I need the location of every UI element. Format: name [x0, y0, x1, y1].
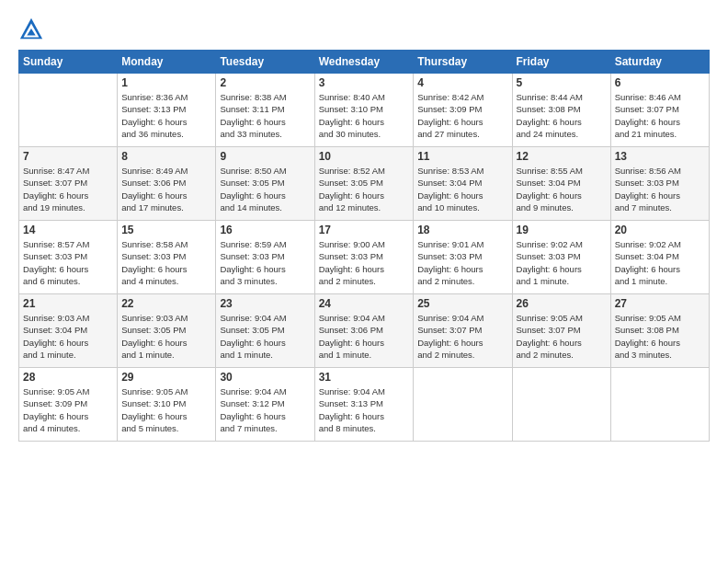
day-number: 3: [319, 76, 410, 89]
day-number: 6: [615, 76, 705, 89]
day-info: Sunrise: 8:38 AM Sunset: 3:11 PM Dayligh…: [220, 91, 310, 140]
calendar-day-cell: 31Sunrise: 9:04 AM Sunset: 3:13 PM Dayli…: [314, 368, 414, 442]
calendar-day-cell: 10Sunrise: 8:52 AM Sunset: 3:05 PM Dayli…: [314, 147, 414, 221]
day-number: 23: [220, 297, 310, 310]
calendar-day-cell: 4Sunrise: 8:42 AM Sunset: 3:09 PM Daylig…: [414, 74, 512, 147]
calendar-week-row: 21Sunrise: 9:03 AM Sunset: 3:04 PM Dayli…: [19, 294, 710, 368]
day-info: Sunrise: 8:58 AM Sunset: 3:03 PM Dayligh…: [121, 238, 211, 287]
day-info: Sunrise: 9:04 AM Sunset: 3:07 PM Dayligh…: [417, 312, 507, 361]
calendar-day-cell: 14Sunrise: 8:57 AM Sunset: 3:03 PM Dayli…: [19, 221, 118, 294]
day-number: 20: [615, 224, 705, 236]
calendar-day-cell: 15Sunrise: 8:58 AM Sunset: 3:03 PM Dayli…: [118, 221, 216, 294]
day-info: Sunrise: 9:03 AM Sunset: 3:04 PM Dayligh…: [23, 312, 113, 361]
day-info: Sunrise: 8:57 AM Sunset: 3:03 PM Dayligh…: [23, 238, 113, 287]
day-info: Sunrise: 9:02 AM Sunset: 3:04 PM Dayligh…: [615, 238, 705, 287]
day-info: Sunrise: 9:01 AM Sunset: 3:03 PM Dayligh…: [417, 238, 507, 287]
day-number: 22: [121, 297, 211, 310]
calendar-day-cell: 8Sunrise: 8:49 AM Sunset: 3:06 PM Daylig…: [118, 147, 216, 221]
weekday-header: Tuesday: [216, 51, 314, 74]
calendar-day-cell: 12Sunrise: 8:55 AM Sunset: 3:04 PM Dayli…: [512, 147, 610, 221]
day-number: 13: [615, 150, 705, 163]
day-number: 2: [220, 76, 310, 89]
weekday-header: Monday: [118, 51, 216, 74]
calendar-week-row: 28Sunrise: 9:05 AM Sunset: 3:09 PM Dayli…: [19, 368, 710, 442]
day-number: 31: [319, 371, 410, 384]
calendar-day-cell: 20Sunrise: 9:02 AM Sunset: 3:04 PM Dayli…: [610, 221, 709, 294]
calendar-day-cell: 7Sunrise: 8:47 AM Sunset: 3:07 PM Daylig…: [19, 147, 118, 221]
day-info: Sunrise: 9:02 AM Sunset: 3:03 PM Dayligh…: [517, 238, 607, 287]
logo: [18, 17, 48, 42]
day-info: Sunrise: 8:42 AM Sunset: 3:09 PM Dayligh…: [417, 91, 507, 140]
calendar-week-row: 1Sunrise: 8:36 AM Sunset: 3:13 PM Daylig…: [19, 74, 710, 147]
calendar-day-cell: 3Sunrise: 8:40 AM Sunset: 3:10 PM Daylig…: [314, 74, 414, 147]
day-info: Sunrise: 8:47 AM Sunset: 3:07 PM Dayligh…: [23, 165, 113, 213]
day-info: Sunrise: 9:05 AM Sunset: 3:09 PM Dayligh…: [23, 385, 113, 434]
weekday-header: Wednesday: [314, 51, 414, 74]
day-info: Sunrise: 9:04 AM Sunset: 3:12 PM Dayligh…: [220, 385, 310, 434]
day-number: 10: [319, 150, 410, 163]
day-info: Sunrise: 8:52 AM Sunset: 3:05 PM Dayligh…: [319, 165, 410, 213]
calendar-day-cell: 26Sunrise: 9:05 AM Sunset: 3:07 PM Dayli…: [512, 294, 610, 368]
calendar-day-cell: 25Sunrise: 9:04 AM Sunset: 3:07 PM Dayli…: [414, 294, 512, 368]
calendar-day-cell: 23Sunrise: 9:04 AM Sunset: 3:05 PM Dayli…: [216, 294, 314, 368]
day-info: Sunrise: 8:56 AM Sunset: 3:03 PM Dayligh…: [615, 165, 705, 213]
day-info: Sunrise: 8:36 AM Sunset: 3:13 PM Dayligh…: [121, 91, 211, 140]
day-number: 7: [23, 150, 113, 163]
day-info: Sunrise: 8:49 AM Sunset: 3:06 PM Dayligh…: [121, 165, 211, 213]
day-number: 4: [417, 76, 507, 89]
day-number: 26: [517, 297, 607, 310]
calendar-day-cell: 13Sunrise: 8:56 AM Sunset: 3:03 PM Dayli…: [610, 147, 709, 221]
day-info: Sunrise: 8:50 AM Sunset: 3:05 PM Dayligh…: [220, 165, 310, 213]
calendar-day-cell: 2Sunrise: 8:38 AM Sunset: 3:11 PM Daylig…: [216, 74, 314, 147]
day-info: Sunrise: 8:44 AM Sunset: 3:08 PM Dayligh…: [517, 91, 607, 140]
calendar-day-cell: [414, 368, 512, 442]
calendar-day-cell: 27Sunrise: 9:05 AM Sunset: 3:08 PM Dayli…: [610, 294, 709, 368]
weekday-header: Thursday: [414, 51, 512, 74]
day-number: 28: [23, 371, 113, 384]
calendar-day-cell: 11Sunrise: 8:53 AM Sunset: 3:04 PM Dayli…: [414, 147, 512, 221]
calendar-day-cell: 18Sunrise: 9:01 AM Sunset: 3:03 PM Dayli…: [414, 221, 512, 294]
day-info: Sunrise: 8:46 AM Sunset: 3:07 PM Dayligh…: [615, 91, 705, 140]
page-header: [18, 17, 710, 42]
calendar-table: SundayMondayTuesdayWednesdayThursdayFrid…: [18, 50, 710, 442]
day-number: 5: [517, 76, 607, 89]
day-number: 1: [121, 76, 211, 89]
calendar-day-cell: 24Sunrise: 9:04 AM Sunset: 3:06 PM Dayli…: [314, 294, 414, 368]
calendar-day-cell: 5Sunrise: 8:44 AM Sunset: 3:08 PM Daylig…: [512, 74, 610, 147]
calendar-header-row: SundayMondayTuesdayWednesdayThursdayFrid…: [19, 51, 710, 74]
day-info: Sunrise: 9:04 AM Sunset: 3:05 PM Dayligh…: [220, 312, 310, 361]
day-number: 15: [121, 224, 211, 236]
day-number: 27: [615, 297, 705, 310]
calendar-day-cell: [512, 368, 610, 442]
day-info: Sunrise: 8:55 AM Sunset: 3:04 PM Dayligh…: [517, 165, 607, 213]
day-number: 29: [121, 371, 211, 384]
day-number: 24: [319, 297, 410, 310]
weekday-header: Friday: [512, 51, 610, 74]
day-number: 21: [23, 297, 113, 310]
calendar-day-cell: 28Sunrise: 9:05 AM Sunset: 3:09 PM Dayli…: [19, 368, 118, 442]
day-number: 18: [417, 224, 507, 236]
day-number: 16: [220, 224, 310, 236]
calendar-day-cell: 17Sunrise: 9:00 AM Sunset: 3:03 PM Dayli…: [314, 221, 414, 294]
day-info: Sunrise: 9:04 AM Sunset: 3:13 PM Dayligh…: [319, 385, 410, 434]
calendar-day-cell: 22Sunrise: 9:03 AM Sunset: 3:05 PM Dayli…: [118, 294, 216, 368]
day-info: Sunrise: 8:40 AM Sunset: 3:10 PM Dayligh…: [319, 91, 410, 140]
calendar-day-cell: 1Sunrise: 8:36 AM Sunset: 3:13 PM Daylig…: [118, 74, 216, 147]
calendar-day-cell: 9Sunrise: 8:50 AM Sunset: 3:05 PM Daylig…: [216, 147, 314, 221]
day-number: 11: [417, 150, 507, 163]
day-info: Sunrise: 8:53 AM Sunset: 3:04 PM Dayligh…: [417, 165, 507, 213]
weekday-header: Sunday: [19, 51, 118, 74]
day-info: Sunrise: 9:00 AM Sunset: 3:03 PM Dayligh…: [319, 238, 410, 287]
day-info: Sunrise: 9:04 AM Sunset: 3:06 PM Dayligh…: [319, 312, 410, 361]
day-info: Sunrise: 8:59 AM Sunset: 3:03 PM Dayligh…: [220, 238, 310, 287]
calendar-day-cell: 29Sunrise: 9:05 AM Sunset: 3:10 PM Dayli…: [118, 368, 216, 442]
logo-icon: [18, 17, 44, 42]
day-number: 9: [220, 150, 310, 163]
day-number: 25: [417, 297, 507, 310]
calendar-day-cell: 21Sunrise: 9:03 AM Sunset: 3:04 PM Dayli…: [19, 294, 118, 368]
weekday-header: Saturday: [610, 51, 709, 74]
day-info: Sunrise: 9:05 AM Sunset: 3:10 PM Dayligh…: [121, 385, 211, 434]
day-info: Sunrise: 9:05 AM Sunset: 3:08 PM Dayligh…: [615, 312, 705, 361]
calendar-week-row: 7Sunrise: 8:47 AM Sunset: 3:07 PM Daylig…: [19, 147, 710, 221]
calendar-day-cell: 16Sunrise: 8:59 AM Sunset: 3:03 PM Dayli…: [216, 221, 314, 294]
